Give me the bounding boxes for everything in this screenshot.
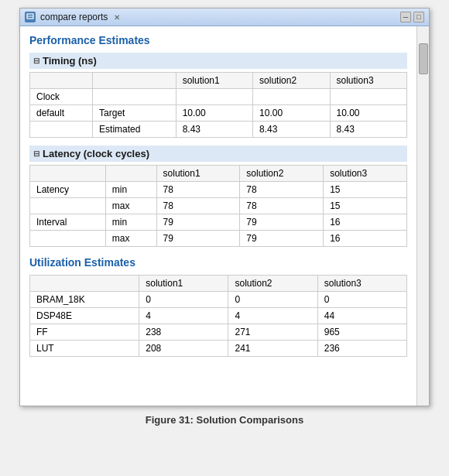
close-tab-button[interactable]: ✕	[112, 13, 122, 22]
util-col-sol3: solution3	[317, 276, 406, 292]
util-lut-sol2: 241	[228, 341, 317, 357]
latency-max-sol1: 78	[156, 198, 240, 214]
main-content: Performance Estimates ⊟ Timing (ns) solu…	[20, 26, 416, 406]
timing-target-sol2: 10.00	[253, 105, 330, 122]
table-row: Interval min 79 79 16	[30, 214, 407, 231]
latency-min-sol2: 78	[240, 182, 324, 198]
interval-max-sol3: 16	[324, 231, 407, 247]
timing-estimated-sol2: 8.43	[253, 122, 330, 138]
latency-max-sol2: 78	[240, 198, 324, 214]
timing-collapse-icon[interactable]: ⊟	[33, 57, 39, 65]
timing-default-label: default	[30, 105, 93, 122]
table-row: Latency min 78 78 15	[30, 182, 407, 198]
util-bram-sol1: 0	[139, 292, 228, 308]
window-icon	[25, 12, 36, 22]
performance-section: Performance Estimates ⊟ Timing (ns) solu…	[29, 34, 407, 247]
latency-col-0	[30, 166, 106, 182]
util-ff-sol2: 271	[228, 324, 317, 341]
table-row: Clock	[30, 89, 407, 105]
figure-caption: Figure 31: Solution Comparisons	[146, 406, 303, 432]
latency-col-sol3: solution3	[324, 166, 407, 182]
timing-header-row: solution1 solution2 solution3	[30, 73, 407, 89]
utilization-title: Utilization Estimates	[29, 256, 407, 269]
timing-col-sol3: solution3	[330, 73, 406, 89]
latency-max-sol3: 15	[324, 198, 407, 214]
timing-subsection: ⊟ Timing (ns) solution1 solution2 soluti…	[29, 53, 407, 138]
latency-header: ⊟ Latency (clock cycles)	[29, 146, 407, 162]
table-row: BRAM_18K 0 0 0	[30, 292, 407, 308]
timing-clock-label: Clock	[30, 89, 93, 105]
util-dsp-sol2: 4	[228, 308, 317, 324]
util-dsp-label: DSP48E	[30, 308, 139, 324]
latency-max-label: max	[105, 198, 156, 214]
interval-label: Interval	[30, 214, 106, 231]
utilization-header-row: solution1 solution2 solution3	[30, 276, 407, 292]
util-dsp-sol3: 44	[317, 308, 406, 324]
table-row: LUT 208 241 236	[30, 341, 407, 357]
utilization-section: Utilization Estimates solution1 solution…	[29, 256, 407, 357]
window-title: compare reports	[40, 12, 108, 22]
window-controls: ─ □	[400, 12, 424, 22]
content-area: Performance Estimates ⊟ Timing (ns) solu…	[20, 26, 429, 406]
timing-col-sol1: solution1	[176, 73, 252, 89]
title-bar-left: compare reports ✕	[25, 12, 122, 22]
latency-col-sol2: solution2	[240, 166, 324, 182]
timing-target-sol3: 10.00	[330, 105, 406, 122]
table-row: DSP48E 4 4 44	[30, 308, 407, 324]
latency-col-1	[105, 166, 156, 182]
util-ff-sol1: 238	[139, 324, 228, 341]
util-bram-sol3: 0	[317, 292, 406, 308]
timing-table: solution1 solution2 solution3 Clock	[29, 72, 407, 138]
util-lut-label: LUT	[30, 341, 139, 357]
util-ff-sol3: 965	[317, 324, 406, 341]
timing-col-1	[93, 73, 177, 89]
timing-target-label: Target	[93, 105, 177, 122]
timing-col-0	[30, 73, 93, 89]
scrollbar[interactable]	[416, 26, 429, 406]
interval-min-label: min	[105, 214, 156, 231]
scroll-thumb[interactable]	[419, 43, 428, 74]
latency-header-row: solution1 solution2 solution3	[30, 166, 407, 182]
interval-min-sol2: 79	[240, 214, 324, 231]
timing-target-sol1: 10.00	[176, 105, 252, 122]
main-window: compare reports ✕ ─ □ Performance Estima…	[19, 8, 430, 406]
latency-min-sol1: 78	[156, 182, 240, 198]
util-col-sol1: solution1	[139, 276, 228, 292]
interval-max-label: max	[105, 231, 156, 247]
timing-header: ⊟ Timing (ns)	[29, 53, 407, 69]
util-col-sol2: solution2	[228, 276, 317, 292]
interval-max-sol1: 79	[156, 231, 240, 247]
latency-table: solution1 solution2 solution3 Latency mi…	[29, 165, 407, 247]
timing-col-sol2: solution2	[253, 73, 330, 89]
maximize-button[interactable]: □	[413, 12, 424, 22]
latency-col-sol1: solution1	[156, 166, 240, 182]
timing-estimated-label: Estimated	[93, 122, 177, 138]
title-bar: compare reports ✕ ─ □	[20, 9, 429, 26]
latency-collapse-icon[interactable]: ⊟	[33, 149, 39, 158]
util-col-0	[30, 276, 139, 292]
interval-min-sol3: 16	[324, 214, 407, 231]
table-row: Estimated 8.43 8.43 8.43	[30, 122, 407, 138]
latency-subsection: ⊟ Latency (clock cycles) solution1 solut…	[29, 146, 407, 247]
timing-estimated-sol3: 8.43	[330, 122, 406, 138]
table-row: max 78 78 15	[30, 198, 407, 214]
util-ff-label: FF	[30, 324, 139, 341]
util-lut-sol3: 236	[317, 341, 406, 357]
timing-header-label: Timing (ns)	[43, 55, 97, 67]
minimize-button[interactable]: ─	[400, 12, 411, 22]
util-bram-label: BRAM_18K	[30, 292, 139, 308]
interval-min-sol1: 79	[156, 214, 240, 231]
interval-max-sol2: 79	[240, 231, 324, 247]
latency-min-sol3: 15	[324, 182, 407, 198]
table-row: max 79 79 16	[30, 231, 407, 247]
utilization-table: solution1 solution2 solution3 BRAM_18K 0…	[29, 275, 407, 357]
util-bram-sol2: 0	[228, 292, 317, 308]
performance-title: Performance Estimates	[29, 34, 407, 46]
latency-min-label: min	[105, 182, 156, 198]
util-lut-sol1: 208	[139, 341, 228, 357]
latency-label: Latency	[30, 182, 106, 198]
table-row: default Target 10.00 10.00 10.00	[30, 105, 407, 122]
util-dsp-sol1: 4	[139, 308, 228, 324]
timing-estimated-sol1: 8.43	[176, 122, 252, 138]
table-row: FF 238 271 965	[30, 324, 407, 341]
